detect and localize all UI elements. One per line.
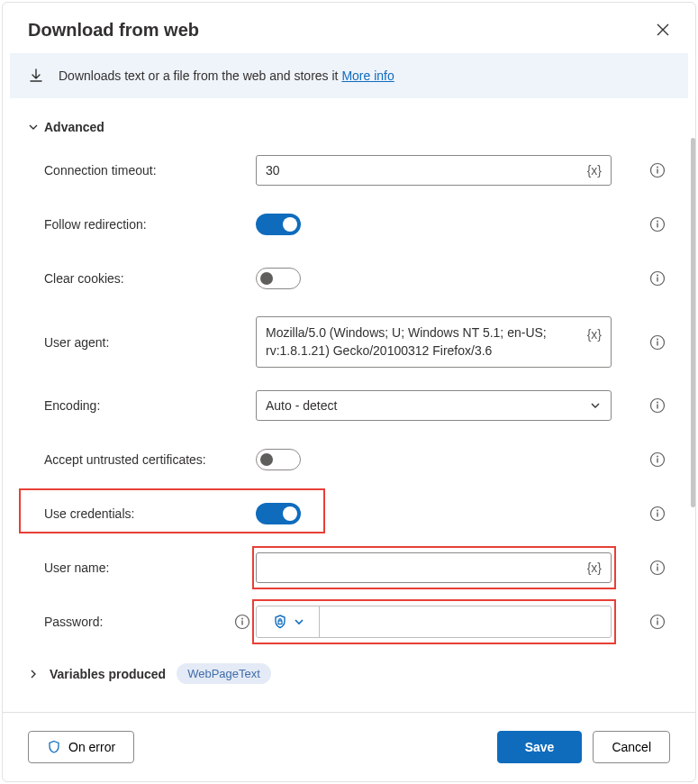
row-user-agent: User agent: Mozilla/5.0 (Windows; U; Win… [28, 316, 670, 368]
svg-rect-26 [241, 621, 242, 625]
label-use-credentials: Use credentials: [44, 506, 134, 521]
svg-rect-5 [657, 223, 657, 228]
row-password: Password: [28, 606, 670, 638]
credential-picker-button[interactable] [257, 606, 320, 637]
accept-untrusted-toggle[interactable] [256, 449, 301, 470]
variables-produced-section[interactable]: Variables produced WebPageText [28, 663, 670, 684]
label-clear-cookies: Clear cookies: [44, 271, 124, 286]
variable-tag[interactable]: WebPageText [177, 663, 271, 684]
connection-timeout-input[interactable]: 30 {x} [256, 155, 612, 186]
svg-point-16 [657, 456, 658, 458]
close-button[interactable] [652, 19, 674, 41]
label-encoding: Encoding: [44, 398, 100, 413]
label-connection-timeout: Connection timeout: [44, 163, 157, 178]
variable-badge-icon[interactable]: {x} [587, 163, 602, 178]
info-icon[interactable] [649, 560, 666, 576]
user-agent-input[interactable]: Mozilla/5.0 (Windows; U; Windows NT 5.1;… [256, 316, 612, 368]
info-icon[interactable] [649, 162, 666, 178]
more-info-link[interactable]: More info [341, 68, 394, 83]
chevron-down-icon [589, 399, 602, 412]
download-icon [28, 68, 44, 84]
svg-rect-30 [657, 621, 657, 625]
svg-point-4 [657, 221, 658, 223]
svg-rect-2 [657, 169, 657, 174]
svg-point-13 [657, 402, 658, 404]
follow-redirection-toggle[interactable] [256, 214, 301, 235]
encoding-select[interactable]: Auto - detect [256, 390, 612, 421]
save-button[interactable]: Save [497, 731, 583, 763]
password-credential-input[interactable] [256, 606, 612, 638]
svg-rect-8 [657, 278, 657, 282]
info-icon[interactable] [649, 451, 666, 468]
info-icon[interactable] [234, 614, 250, 630]
dialog-header: Download from web [3, 3, 695, 53]
label-user-name: User name: [44, 561, 109, 575]
row-encoding: Encoding: Auto - detect [28, 389, 670, 422]
shield-lock-icon [272, 614, 288, 630]
banner-text: Downloads text or a file from the web an… [59, 68, 394, 83]
svg-rect-17 [657, 459, 657, 463]
dialog-body: Advanced Connection timeout: 30 {x} Foll… [3, 98, 695, 712]
svg-rect-20 [657, 513, 657, 517]
svg-rect-14 [657, 405, 657, 409]
clear-cookies-toggle[interactable] [256, 268, 301, 289]
close-icon [656, 23, 670, 37]
svg-point-7 [657, 275, 658, 277]
use-credentials-toggle[interactable] [256, 503, 301, 524]
advanced-section-header[interactable]: Advanced [28, 120, 670, 134]
variables-produced-label: Variables produced [50, 667, 166, 681]
download-from-web-dialog: Download from web Downloads text or a fi… [2, 2, 696, 782]
chevron-right-icon [28, 669, 39, 679]
svg-point-25 [241, 618, 243, 620]
info-icon[interactable] [649, 614, 666, 630]
svg-point-29 [657, 618, 658, 620]
info-icon[interactable] [649, 397, 666, 414]
label-follow-redirection: Follow redirection: [44, 217, 147, 232]
variable-badge-icon[interactable]: {x} [587, 561, 602, 575]
variable-badge-icon[interactable]: {x} [587, 326, 602, 344]
shield-icon [47, 740, 61, 754]
label-accept-untrusted: Accept untrusted certificates: [44, 452, 206, 467]
svg-rect-23 [657, 567, 657, 571]
info-icon[interactable] [649, 270, 666, 287]
cancel-button[interactable]: Cancel [593, 731, 670, 763]
svg-rect-11 [657, 341, 657, 345]
row-follow-redirection: Follow redirection: [28, 208, 670, 241]
chevron-down-icon [28, 122, 39, 132]
svg-point-10 [657, 338, 658, 340]
row-clear-cookies: Clear cookies: [28, 262, 670, 295]
svg-point-22 [657, 564, 658, 566]
scrollbar-thumb[interactable] [691, 138, 695, 507]
label-password: Password: [44, 615, 103, 629]
chevron-down-icon [294, 616, 304, 627]
row-connection-timeout: Connection timeout: 30 {x} [28, 154, 670, 187]
svg-rect-27 [278, 621, 282, 624]
user-name-input[interactable]: {x} [256, 552, 612, 583]
row-use-credentials: Use credentials: [28, 497, 670, 530]
on-error-button[interactable]: On error [28, 731, 134, 763]
dialog-title: Download from web [28, 20, 199, 41]
info-icon[interactable] [649, 216, 666, 232]
password-text-input[interactable] [320, 606, 611, 637]
info-icon[interactable] [649, 506, 666, 522]
dialog-footer: On error Save Cancel [3, 712, 695, 781]
info-banner: Downloads text or a file from the web an… [10, 53, 688, 98]
row-accept-untrusted: Accept untrusted certificates: [28, 443, 670, 476]
row-user-name: User name: {x} [28, 552, 670, 584]
svg-point-19 [657, 510, 658, 512]
svg-point-1 [657, 167, 658, 169]
info-icon[interactable] [649, 334, 666, 351]
label-user-agent: User agent: [44, 335, 109, 350]
